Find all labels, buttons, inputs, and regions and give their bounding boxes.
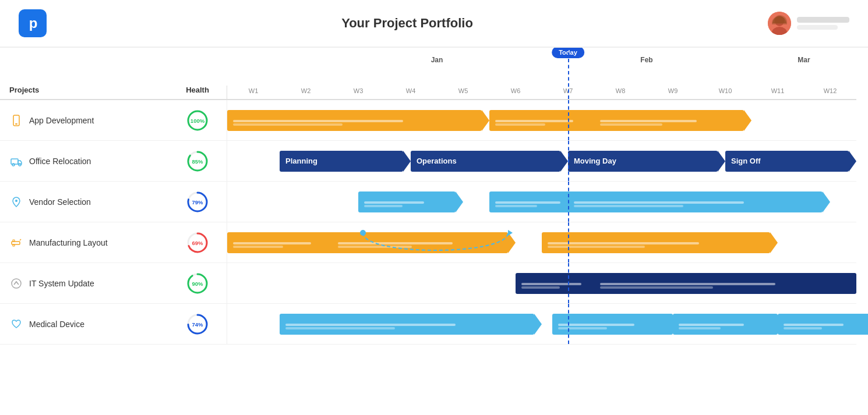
week-label: W7 (542, 87, 594, 94)
timeline-row (227, 182, 856, 222)
svg-text:90%: 90% (192, 281, 203, 287)
week-label: W9 (647, 87, 699, 94)
health-indicator: 74% (168, 311, 227, 337)
project-row: Office Relocation85%PlanningOperationsMo… (0, 141, 856, 182)
timeline-row (227, 222, 856, 263)
user-name (797, 17, 849, 23)
projects-column-header: Projects (0, 86, 168, 94)
bar-arrow (560, 151, 568, 172)
svg-point-14 (15, 200, 17, 202)
svg-text:74%: 74% (192, 321, 203, 328)
week-label: W3 (332, 87, 384, 94)
health-column-header: Health (168, 86, 227, 94)
bar-arrow (718, 151, 725, 172)
bar-arrow (770, 232, 778, 253)
project-row: Vendor Selection79% (0, 182, 856, 222)
gantt-container: ProjectsHealthJanFebMarTodayW1W2W3W4W5W6… (0, 48, 868, 345)
svg-text:79%: 79% (192, 199, 203, 205)
svg-rect-4 (15, 123, 17, 125)
logo-icon[interactable]: p (19, 9, 47, 37)
bar-arrow (482, 110, 489, 131)
user-role (797, 25, 838, 30)
bar-arrow (508, 232, 516, 253)
project-icon (9, 154, 23, 168)
health-indicator: 85% (168, 148, 227, 174)
bar-arrow (456, 191, 463, 212)
gantt-bar: Moving Day (568, 151, 725, 172)
gantt-bar (594, 273, 856, 294)
svg-rect-19 (13, 240, 15, 242)
today-badge: Today (552, 48, 584, 58)
week-label: W10 (699, 87, 751, 94)
svg-line-21 (20, 239, 21, 240)
project-row: Manufacturing Layout69% (0, 222, 856, 263)
project-name: IT System Update (29, 279, 94, 288)
health-indicator: 69% (168, 230, 227, 256)
health-indicator: 79% (168, 189, 227, 215)
week-label: W2 (280, 87, 332, 94)
project-icon (9, 236, 23, 250)
gantt-bar (542, 232, 778, 253)
timeline-row (227, 304, 856, 344)
bar-arrow (849, 151, 856, 172)
gantt-bar (358, 191, 463, 212)
week-label: W8 (594, 87, 647, 94)
project-name: App Development (29, 116, 94, 125)
project-icon (9, 195, 23, 209)
week-label: W1 (227, 87, 280, 94)
user-info (797, 17, 849, 30)
gantt-bar (227, 110, 489, 131)
bar-label: Planning (285, 157, 317, 165)
gantt-bar (568, 191, 830, 212)
svg-text:69%: 69% (192, 240, 203, 246)
project-name: Medical Device (29, 320, 84, 329)
timeline-row (227, 263, 856, 303)
gantt-bar: Operations (411, 151, 568, 172)
bar-arrow (403, 151, 411, 172)
gantt-bar (778, 314, 868, 335)
timeline-header: JanFebMarTodayW1W2W3W4W5W6W7W8W9W10W11W1… (227, 48, 856, 99)
page-title: Your Project Portfolio (341, 16, 473, 31)
avatar[interactable] (768, 12, 791, 35)
month-label: Jan (332, 56, 542, 64)
gantt-header: ProjectsHealthJanFebMarTodayW1W2W3W4W5W6… (0, 48, 856, 100)
gantt-bar (673, 314, 778, 335)
gantt-bar (552, 314, 673, 335)
gantt-bar (332, 232, 516, 253)
svg-point-9 (12, 164, 15, 166)
project-name: Manufacturing Layout (29, 238, 108, 247)
week-label: W6 (489, 87, 542, 94)
project-icon (9, 276, 23, 290)
project-icon (9, 317, 23, 331)
project-row: Medical Device74% (0, 304, 856, 345)
svg-rect-20 (13, 244, 15, 246)
header: p Your Project Portfolio (0, 0, 868, 47)
project-icon (9, 113, 23, 127)
svg-text:85%: 85% (192, 158, 203, 165)
month-label: Mar (751, 56, 856, 64)
bar-arrow (744, 110, 751, 131)
project-row: App Development100% (0, 100, 856, 141)
bar-arrow (823, 191, 830, 212)
svg-rect-8 (11, 159, 18, 164)
user-area (768, 12, 849, 35)
week-label: W12 (804, 87, 856, 94)
week-label: W5 (437, 87, 489, 94)
week-label: W4 (384, 87, 437, 94)
bar-label: Sign Off (731, 157, 761, 165)
bar-label: Operations (417, 157, 457, 165)
gantt-bar (280, 314, 542, 335)
gantt-bar: Planning (280, 151, 411, 172)
svg-point-27 (12, 279, 21, 288)
bar-label: Moving Day (574, 157, 616, 165)
svg-text:100%: 100% (190, 118, 205, 124)
gantt-bar: Sign Off (725, 151, 856, 172)
bar-arrow (534, 314, 542, 335)
week-label: W11 (751, 87, 804, 94)
project-name: Vendor Selection (29, 197, 91, 207)
timeline-row: PlanningOperationsMoving DaySign Off (227, 141, 856, 181)
main-content: ProjectsHealthJanFebMarTodayW1W2W3W4W5W6… (0, 48, 868, 345)
timeline-row (227, 100, 856, 140)
health-indicator: 90% (168, 271, 227, 296)
project-name: Office Relocation (29, 157, 91, 166)
